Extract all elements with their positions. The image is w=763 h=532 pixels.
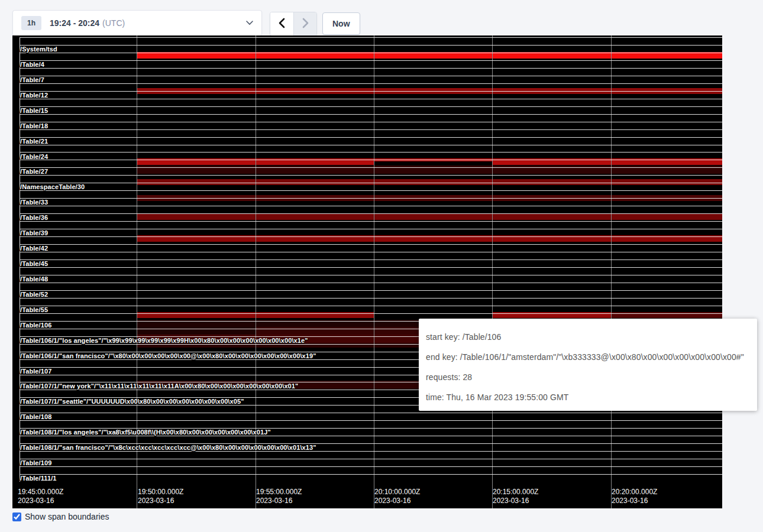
axis-tick: 19:50:00.000Z2023-03-16 [138, 488, 183, 505]
span-boundaries-toggle: Show span boundaries [12, 512, 109, 521]
span-boundary-line [20, 76, 722, 76]
span-boundary-line [20, 275, 722, 275]
axis-tick: 19:55:00.000Z2023-03-16 [256, 488, 302, 505]
axis-tick: 20:15:00.000Z2023-03-16 [493, 488, 538, 505]
span-boundary-line [20, 45, 722, 46]
row-label: /Table/111/1 [20, 475, 57, 482]
heat-band[interactable] [374, 161, 492, 165]
span-boundary-line [20, 160, 722, 160]
next-time-button[interactable] [293, 12, 316, 35]
chevron-right-icon [302, 18, 309, 30]
row-label: /Table/18 [20, 122, 48, 129]
axis-tick-time: 19:45:00.000Z [18, 488, 63, 497]
span-boundary-line [20, 244, 722, 245]
axis-tick: 19:45:00.000Z2023-03-16 [18, 488, 63, 505]
span-boundary-line [20, 306, 722, 306]
time-preset-badge: 1h [21, 16, 41, 30]
row-label: /Table/7 [20, 76, 44, 83]
span-boundary-line [20, 213, 722, 214]
row-label: /Table/106 [20, 322, 51, 329]
span-boundary-line [20, 206, 722, 206]
span-boundary-line [20, 298, 722, 299]
span-boundary-line [20, 60, 722, 61]
row-label: /Table/45 [20, 260, 48, 267]
span-boundary-line [20, 267, 722, 268]
time-range-selector[interactable]: 1h 19:24 - 20:24 (UTC) [12, 10, 262, 36]
row-label: /NamespaceTable/30 [20, 183, 85, 190]
span-boundary-line [20, 459, 722, 459]
span-boundary-line [20, 420, 722, 421]
span-boundary-line [20, 137, 722, 138]
key-visualizer-canvas[interactable]: /System/tsd/Table/4/Table/7/Table/12/Tab… [12, 35, 722, 508]
span-boundary-line [20, 313, 722, 314]
axis-tick-date: 2023-03-16 [374, 497, 420, 505]
row-label: /Table/33 [20, 199, 48, 206]
axis-tick-time: 19:50:00.000Z [138, 488, 183, 497]
axis-tick-date: 2023-03-16 [138, 497, 183, 505]
span-boundary-line [20, 474, 722, 475]
row-label: /Table/108/1/"san francisco"/"\x8c\xcc\x… [20, 444, 316, 451]
axis-tick-date: 2023-03-16 [612, 497, 657, 505]
span-boundary-line [20, 413, 722, 413]
axis-tick-date: 2023-03-16 [493, 497, 538, 505]
row-label: /Table/15 [20, 107, 48, 114]
tooltip-time: time: Thu, 16 Mar 2023 19:55:00 GMT [426, 391, 750, 403]
span-boundary-line [20, 83, 722, 84]
span-boundary-line [20, 175, 722, 176]
span-boundary-line [20, 68, 722, 69]
axis-tick-time: 20:20:00.000Z [612, 488, 657, 497]
heat-band[interactable] [137, 213, 722, 220]
span-boundary-line [20, 167, 722, 168]
timezone-text: (UTC) [102, 18, 125, 28]
chevron-down-icon [246, 21, 253, 25]
axis-tick-time: 19:55:00.000Z [256, 488, 302, 497]
axis-tick: 20:20:00.000Z2023-03-16 [612, 488, 657, 505]
axis-tick-time: 20:10:00.000Z [374, 488, 420, 497]
span-boundary-line [20, 129, 722, 130]
row-label: /Table/21 [20, 138, 48, 145]
row-label: /Table/52 [20, 291, 48, 298]
row-label: /Table/55 [20, 306, 48, 313]
axis-tick: 20:10:00.000Z2023-03-16 [374, 488, 420, 505]
axis-tick-date: 2023-03-16 [18, 497, 63, 505]
span-boundaries-checkbox[interactable] [12, 512, 21, 521]
span-boundary-line [20, 283, 722, 283]
span-boundary-line [20, 229, 722, 229]
span-boundary-line [20, 53, 722, 53]
span-boundary-line [20, 114, 722, 115]
prev-time-button[interactable] [270, 12, 293, 35]
row-label: /Table/24 [20, 153, 48, 160]
row-label: /Table/48 [20, 275, 48, 283]
row-label: /Table/109 [20, 459, 51, 466]
tooltip-end-key: end key: /Table/106/1/"amsterdam"/"\xb33… [426, 351, 750, 363]
row-label: /Table/106/1/"san francisco"/"\x80\x00\x… [20, 352, 316, 359]
span-boundary-line [20, 145, 722, 145]
time-nav-group [270, 12, 317, 36]
row-label: /Table/39 [20, 229, 48, 236]
span-boundary-line [20, 290, 722, 291]
span-boundary-line [20, 466, 722, 467]
axis-tick-time: 20:15:00.000Z [493, 488, 538, 497]
row-label: /Table/107/1/"seattle"/"UUUUUUD\x00\x80\… [20, 398, 244, 405]
row-label: /Table/12 [20, 92, 48, 99]
time-range-text: 19:24 - 20:24 [50, 18, 99, 28]
heat-band[interactable] [256, 327, 426, 335]
chevron-left-icon [279, 18, 285, 30]
row-label: /Table/36 [20, 214, 48, 221]
now-button[interactable]: Now [322, 12, 360, 35]
span-boundary-line [20, 221, 722, 222]
row-label: /Table/42 [20, 245, 48, 252]
row-label: /System/tsd [20, 46, 57, 53]
tooltip-requests: requests: 28 [426, 371, 750, 383]
span-boundary-line [20, 190, 722, 191]
tooltip-start-key: start key: /Table/106 [426, 331, 750, 343]
span-boundary-line [20, 236, 722, 237]
span-boundary-line [20, 122, 722, 122]
heat-band[interactable] [137, 179, 722, 185]
row-label: /Table/108 [20, 413, 51, 420]
axis-tick-date: 2023-03-16 [256, 497, 302, 505]
span-boundary-line [20, 252, 722, 252]
row-label: /Table/107 [20, 368, 51, 375]
span-boundaries-label: Show span boundaries [25, 512, 109, 521]
row-label: /Table/4 [20, 61, 44, 68]
